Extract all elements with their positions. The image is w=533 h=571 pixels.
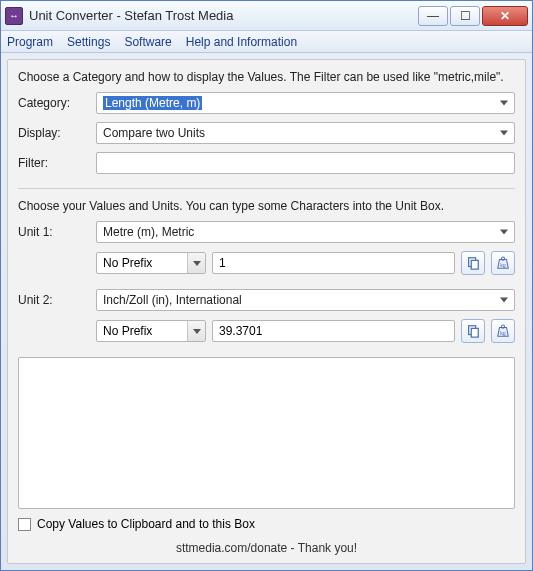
svg-rect-1 (471, 260, 478, 269)
unit2-amount-value: 39.3701 (219, 324, 262, 338)
unit1-copy-button[interactable] (461, 251, 485, 275)
menu-software[interactable]: Software (124, 35, 171, 49)
display-label: Display: (18, 126, 90, 140)
svg-text:kg: kg (500, 262, 506, 268)
menu-bar: Program Settings Software Help and Infor… (1, 31, 532, 53)
unit2-value: Inch/Zoll (in), International (103, 293, 242, 307)
minimize-button[interactable]: — (418, 6, 448, 26)
unit2-dropdown[interactable]: Inch/Zoll (in), International (96, 289, 515, 311)
unit1-amount-input[interactable]: 1 (212, 252, 455, 274)
window-title: Unit Converter - Stefan Trost Media (29, 8, 418, 23)
unit2-copy-button[interactable] (461, 319, 485, 343)
unit1-dropdown[interactable]: Metre (m), Metric (96, 221, 515, 243)
category-value: Length (Metre, m) (103, 96, 202, 110)
svg-point-6 (501, 325, 504, 328)
unit1-prefix-value: No Prefix (103, 256, 152, 270)
client-area: Choose a Category and how to display the… (7, 59, 526, 564)
menu-help[interactable]: Help and Information (186, 35, 297, 49)
unit1-value: Metre (m), Metric (103, 225, 194, 239)
close-button[interactable]: ✕ (482, 6, 528, 26)
category-intro: Choose a Category and how to display the… (18, 70, 515, 84)
menu-settings[interactable]: Settings (67, 35, 110, 49)
category-dropdown[interactable]: Length (Metre, m) (96, 92, 515, 114)
display-dropdown[interactable]: Compare two Units (96, 122, 515, 144)
unit1-label: Unit 1: (18, 225, 90, 239)
result-box[interactable] (18, 357, 515, 509)
display-value: Compare two Units (103, 126, 205, 140)
chevron-down-icon (187, 253, 205, 273)
footer-text: sttmedia.com/donate - Thank you! (18, 535, 515, 559)
app-window: ↔ Unit Converter - Stefan Trost Media — … (0, 0, 533, 571)
unit2-prefix-value: No Prefix (103, 324, 152, 338)
svg-point-2 (501, 257, 504, 260)
unit2-label: Unit 2: (18, 293, 90, 307)
copy-values-checkbox[interactable] (18, 518, 31, 531)
menu-program[interactable]: Program (7, 35, 53, 49)
svg-text:kg: kg (500, 330, 506, 336)
copy-values-label: Copy Values to Clipboard and to this Box (37, 517, 255, 531)
filter-label: Filter: (18, 156, 90, 170)
unit2-amount-input[interactable]: 39.3701 (212, 320, 455, 342)
unit1-weight-button[interactable]: kg (491, 251, 515, 275)
chevron-down-icon (500, 131, 508, 136)
chevron-down-icon (187, 321, 205, 341)
unit2-weight-button[interactable]: kg (491, 319, 515, 343)
divider (18, 188, 515, 189)
window-controls: — ☐ ✕ (418, 6, 528, 26)
chevron-down-icon (500, 101, 508, 106)
copy-icon (466, 256, 480, 270)
unit1-amount-value: 1 (219, 256, 226, 270)
units-intro: Choose your Values and Units. You can ty… (18, 199, 515, 213)
chevron-down-icon (500, 230, 508, 235)
svg-rect-5 (471, 328, 478, 337)
category-label: Category: (18, 96, 90, 110)
weight-icon: kg (496, 324, 510, 338)
maximize-button[interactable]: ☐ (450, 6, 480, 26)
app-icon: ↔ (5, 7, 23, 25)
filter-input[interactable] (96, 152, 515, 174)
weight-icon: kg (496, 256, 510, 270)
unit1-prefix-dropdown[interactable]: No Prefix (96, 252, 206, 274)
unit2-prefix-dropdown[interactable]: No Prefix (96, 320, 206, 342)
copy-icon (466, 324, 480, 338)
title-bar: ↔ Unit Converter - Stefan Trost Media — … (1, 1, 532, 31)
chevron-down-icon (500, 298, 508, 303)
